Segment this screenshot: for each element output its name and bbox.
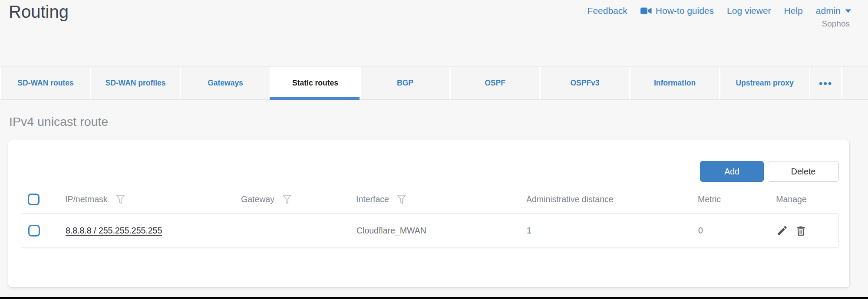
feedback-link[interactable]: Feedback — [587, 6, 627, 16]
route-ip-netmask-link[interactable]: 8.8.8.8 / 255.255.255.255 — [66, 226, 162, 235]
column-header-administrative-distance: Administrative distance — [526, 194, 614, 204]
help-label: Help — [784, 6, 803, 16]
howto-guides-link[interactable]: How-to guides — [640, 6, 714, 16]
filter-icon[interactable] — [116, 194, 125, 204]
top-navigation: Feedback How-to guides Log viewer Help a… — [587, 6, 852, 16]
tab-gateways[interactable]: Gateways — [180, 67, 270, 99]
log-viewer-link[interactable]: Log viewer — [727, 6, 771, 16]
column-header-manage: Manage — [776, 194, 806, 204]
route-administrative-distance-value: 1 — [521, 226, 692, 236]
route-interface-value: Cloudflare_MWAN — [351, 226, 521, 236]
add-button[interactable]: Add — [700, 161, 764, 182]
tab-static-routes[interactable]: Static routes — [270, 67, 360, 99]
filter-icon[interactable] — [397, 194, 406, 204]
delete-trash-icon[interactable] — [795, 225, 807, 237]
delete-button[interactable]: Delete — [768, 161, 839, 182]
route-metric-value: 0 — [692, 226, 745, 236]
routes-table: IP/netmask Gateway Interface Administrat… — [21, 189, 838, 247]
column-header-gateway: Gateway — [241, 194, 274, 204]
user-menu[interactable]: admin — [816, 6, 852, 16]
tab-bar: SD-WAN routes SD-WAN profiles Gateways S… — [0, 66, 868, 100]
routes-card: Add Delete IP/netmask Gateway Interfac — [8, 140, 850, 288]
tab-bgp[interactable]: BGP — [360, 67, 449, 99]
tab-sd-wan-profiles[interactable]: SD-WAN profiles — [90, 67, 180, 99]
table-row: 8.8.8.8 / 255.255.255.255 Cloudflare_MWA… — [21, 214, 838, 247]
table-header-row: IP/netmask Gateway Interface Administrat… — [21, 189, 838, 210]
section-heading: IPv4 unicast route — [9, 115, 108, 129]
tab-sd-wan-routes[interactable]: SD-WAN routes — [0, 67, 90, 99]
brand-label: Sophos — [822, 19, 850, 29]
howto-guides-label: How-to guides — [656, 6, 714, 16]
tab-ospfv3[interactable]: OSPFv3 — [539, 67, 629, 99]
select-all-checkbox[interactable] — [28, 194, 40, 205]
tab-information[interactable]: Information — [629, 67, 719, 99]
feedback-label: Feedback — [587, 6, 627, 16]
column-header-metric: Metric — [698, 194, 721, 204]
page-title: Routing — [9, 2, 69, 22]
window-bottom-edge — [0, 297, 868, 299]
help-link[interactable]: Help — [784, 6, 803, 16]
table-toolbar: Add Delete — [700, 161, 839, 182]
video-camera-icon — [640, 6, 652, 16]
tab-more-menu[interactable]: ••• — [809, 67, 841, 99]
column-header-ip-netmask: IP/netmask — [65, 194, 108, 204]
row-checkbox[interactable] — [28, 225, 40, 237]
tab-upstream-proxy[interactable]: Upstream proxy — [719, 67, 809, 99]
tab-ospf[interactable]: OSPF — [449, 67, 539, 99]
edit-pencil-icon[interactable] — [776, 225, 788, 237]
chevron-down-icon — [845, 9, 852, 13]
log-viewer-label: Log viewer — [727, 6, 771, 16]
tab-bar-filler — [841, 67, 868, 99]
filter-icon[interactable] — [282, 194, 292, 204]
column-header-interface: Interface — [356, 194, 389, 204]
user-menu-label: admin — [816, 6, 841, 16]
